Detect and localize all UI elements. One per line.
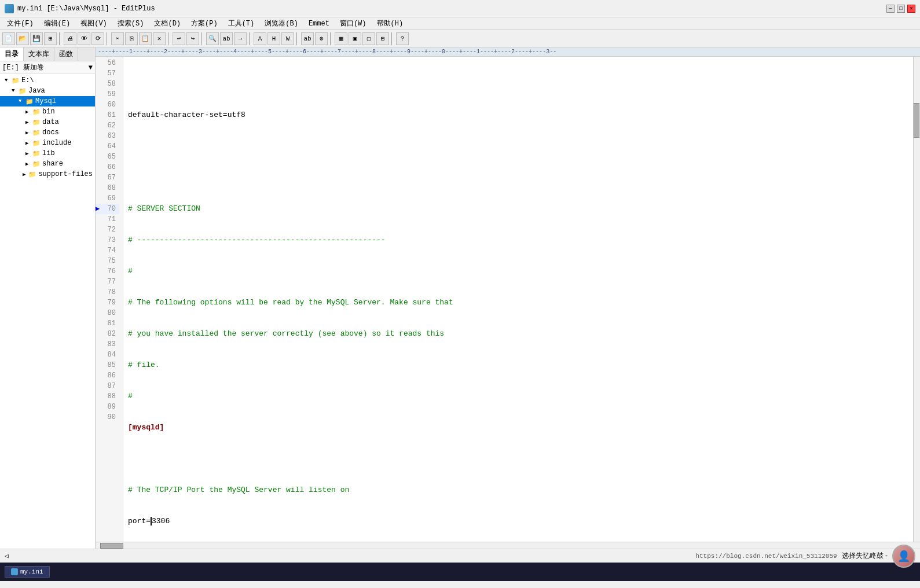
ln-82: 82	[96, 329, 119, 339]
find-button[interactable]: 🔍	[206, 32, 219, 45]
toolbar-ab[interactable]: ab	[301, 32, 314, 45]
ln-60: 60	[96, 100, 119, 110]
toolbar-b1[interactable]: ▦	[335, 32, 347, 45]
tree-arrow-support: ▶	[23, 171, 28, 178]
sep6	[296, 32, 299, 45]
toolbar-h[interactable]: H	[267, 32, 280, 45]
ln-88: 88	[96, 391, 119, 402]
undo-button[interactable]: ↩	[173, 32, 185, 45]
menu-scheme[interactable]: 方案(P)	[186, 17, 222, 30]
code-line-57: default-character-set=utf8	[128, 110, 908, 120]
format-button[interactable]: A	[254, 32, 266, 45]
ln-83: 83	[96, 339, 119, 350]
status-url: https://blog.csdn.net/weixin_53112059	[695, 553, 837, 560]
help-toolbar-button[interactable]: ?	[396, 32, 409, 45]
preview-button[interactable]: 👁	[78, 32, 90, 45]
tree-item-e[interactable]: ▼ 📁 E:\	[0, 75, 95, 86]
folder-icon-docs: 📁	[32, 129, 41, 137]
ln-80: 80	[96, 308, 119, 318]
main-layout: 目录 文本库 函数 [E:] 新加卷 ▼ ▼ 📁 E:\ ▼ 📁 Java	[0, 47, 920, 549]
menu-search[interactable]: 搜索(S)	[113, 17, 149, 30]
tree-item-include[interactable]: ▶ 📁 include	[0, 138, 95, 148]
tree-item-bin[interactable]: ▶ 📁 bin	[0, 106, 95, 117]
minimize-button[interactable]: ─	[886, 5, 895, 13]
folder-icon-include: 📁	[32, 139, 41, 147]
editor-scroll[interactable]: 56 57 58 59 60 61 62 63 64 65 66 67 68 6…	[96, 57, 920, 542]
open-button[interactable]: 📂	[16, 32, 29, 45]
menu-document[interactable]: 文档(D)	[149, 17, 185, 30]
tree-label-share: share	[42, 160, 63, 168]
maximize-button[interactable]: □	[897, 5, 905, 13]
ln-81: 81	[96, 318, 119, 329]
menu-edit[interactable]: 编辑(E)	[39, 17, 75, 30]
toolbar-b4[interactable]: ⊟	[376, 32, 389, 45]
toolbar-b3[interactable]: ▢	[362, 32, 375, 45]
ln-77: 77	[96, 277, 119, 287]
tab-directory[interactable]: 目录	[0, 47, 24, 61]
redo-button[interactable]: ↪	[186, 32, 199, 45]
delete-button[interactable]: ✕	[153, 32, 166, 45]
menu-browser[interactable]: 浏览器(B)	[260, 17, 303, 30]
menu-bar: 文件(F) 编辑(E) 视图(V) 搜索(S) 文档(D) 方案(P) 工具(T…	[0, 17, 920, 30]
line-numbers: 56 57 58 59 60 61 62 63 64 65 66 67 68 6…	[96, 57, 123, 542]
tree-label-support: support-files	[38, 170, 93, 178]
vertical-scrollbar[interactable]	[913, 57, 920, 542]
code-line-63: # The following options will be read by …	[128, 297, 908, 308]
toolbar-gear[interactable]: ⚙	[315, 32, 328, 45]
toolbar-w[interactable]: W	[281, 32, 294, 45]
ln-72: 72	[96, 225, 119, 235]
copy-button[interactable]: ⎘	[125, 32, 138, 45]
window-title: my.ini [E:\Java\Mysql] - EditPlus	[17, 5, 155, 13]
tree-item-share[interactable]: ▶ 📁 share	[0, 159, 95, 169]
replace-button[interactable]: ab	[220, 32, 233, 45]
tree-item-lib[interactable]: ▶ 📁 lib	[0, 148, 95, 159]
close-button[interactable]: ✕	[907, 5, 915, 13]
menu-help[interactable]: 帮助(H)	[372, 17, 408, 30]
menu-file[interactable]: 文件(F)	[2, 17, 38, 30]
menu-window[interactable]: 窗口(W)	[335, 17, 371, 30]
ln-57: 57	[96, 68, 119, 79]
ln-63: 63	[96, 131, 119, 141]
status-thumbnail-label: 选择失忆咚鼓 -	[842, 551, 888, 561]
toolbar3[interactable]: ⟳	[91, 32, 104, 45]
taskbar-file-item[interactable]: my.ini	[5, 566, 50, 578]
tab-textlib[interactable]: 文本库	[24, 47, 54, 61]
tree-arrow-mysql: ▼	[19, 98, 25, 104]
tab-functions[interactable]: 函数	[54, 47, 78, 61]
menu-emmet[interactable]: Emmet	[304, 19, 334, 29]
window-controls[interactable]: ─ □ ✕	[886, 5, 915, 13]
code-editor[interactable]: default-character-set=utf8 # SERVER SECT…	[123, 57, 913, 542]
ln-87: 87	[96, 381, 119, 391]
tree-item-mysql[interactable]: ▼ 📁 Mysql	[0, 96, 95, 106]
code-line-69: # The TCP/IP Port the MySQL Server will …	[128, 485, 908, 495]
paste-button[interactable]: 📋	[139, 32, 152, 45]
ln-68: 68	[96, 183, 119, 193]
tree-item-java[interactable]: ▼ 📁 Java	[0, 86, 95, 96]
menu-view[interactable]: 视图(V)	[76, 17, 112, 30]
dropdown-arrow: ▼	[89, 64, 93, 72]
save-all-button[interactable]: ⊞	[44, 32, 57, 45]
folder-icon-java: 📁	[19, 87, 27, 95]
goto-button[interactable]: →	[234, 32, 247, 45]
sep1	[59, 32, 61, 45]
title-bar-left: my.ini [E:\Java\Mysql] - EditPlus	[5, 4, 155, 13]
tree-item-support[interactable]: ▶ 📁 support-files	[0, 169, 95, 179]
tree-label-lib: lib	[42, 149, 55, 157]
ln-56: 56	[96, 58, 119, 68]
cut-button[interactable]: ✂	[111, 32, 124, 45]
tree-item-data[interactable]: ▶ 📁 data	[0, 117, 95, 127]
drive-dropdown[interactable]: [E:] 新加卷 ▼	[0, 61, 95, 74]
print-button[interactable]: 🖨	[64, 32, 76, 45]
scrollbar-thumb[interactable]	[914, 103, 919, 138]
save-button[interactable]: 💾	[30, 32, 43, 45]
status-left: ◁	[5, 552, 9, 560]
toolbar-b2[interactable]: ▣	[349, 32, 361, 45]
h-scrollbar-thumb[interactable]	[100, 543, 123, 549]
ln-69: 69	[96, 193, 119, 204]
sidebar-tab-bar: 目录 文本库 函数	[0, 47, 95, 61]
ln-90: 90	[96, 412, 119, 422]
tree-item-docs[interactable]: ▶ 📁 docs	[0, 127, 95, 138]
tree-label-docs: docs	[42, 128, 59, 137]
new-button[interactable]: 📄	[2, 32, 15, 45]
menu-tools[interactable]: 工具(T)	[223, 17, 259, 30]
